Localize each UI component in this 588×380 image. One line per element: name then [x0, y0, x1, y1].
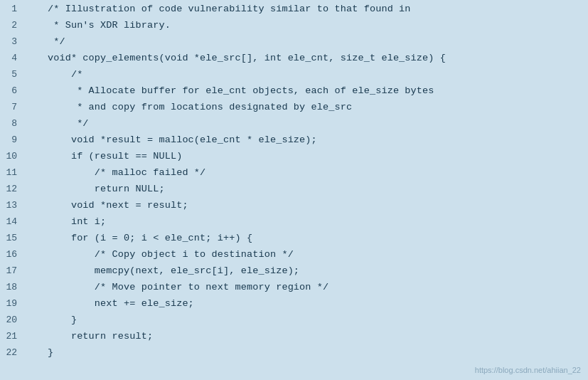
line-number: 10 [0, 151, 24, 162]
code-line: 6 * Allocate buffer for ele_cnt objects,… [0, 85, 588, 101]
code-line: 7 * and copy from locations designated b… [0, 101, 588, 117]
line-content: } [24, 347, 53, 358]
code-line: 13 void *next = result; [0, 199, 588, 216]
code-container: 1 /* Illustration of code vulnerability … [0, 0, 588, 380]
line-number: 22 [0, 347, 24, 358]
code-line: 22 } [0, 347, 588, 363]
code-line: 16 /* Copy object i to destination */ [0, 248, 588, 265]
code-line: 5 /* [0, 68, 588, 85]
line-content: /* Move pointer to next memory region */ [24, 282, 328, 292]
code-line: 8 */ [0, 117, 588, 134]
code-line: 15 for (i = 0; i < ele_cnt; i++) { [0, 232, 588, 248]
line-content: /* [24, 69, 82, 80]
line-content: int i; [24, 216, 106, 227]
line-number: 1 [0, 4, 24, 14]
line-number: 5 [0, 69, 24, 80]
code-line: 17 memcpy(next, ele_src[i], ele_size); [0, 265, 588, 281]
line-content: * and copy from locations designated by … [24, 102, 352, 112]
line-content: return result; [24, 331, 153, 342]
line-number: 21 [0, 331, 24, 342]
line-content: */ [24, 36, 65, 47]
line-number: 2 [0, 20, 24, 31]
line-number: 11 [0, 167, 24, 178]
line-content: for (i = 0; i < ele_cnt; i++) { [24, 233, 252, 243]
line-number: 12 [0, 184, 24, 194]
code-line: 9 void *result = malloc(ele_cnt * ele_si… [0, 134, 588, 150]
code-line: 11 /* malloc failed */ [0, 167, 588, 183]
code-line: 20 } [0, 314, 588, 330]
line-number: 6 [0, 85, 24, 96]
watermark: https://blog.csdn.net/ahiian_22 [475, 366, 581, 374]
line-number: 8 [0, 118, 24, 129]
line-content: memcpy(next, ele_src[i], ele_size); [24, 265, 299, 276]
line-number: 13 [0, 200, 24, 211]
line-content: /* Illustration of code vulnerability si… [24, 4, 411, 14]
line-content: next += ele_size; [24, 298, 194, 309]
code-line: 21 return result; [0, 330, 588, 347]
line-number: 15 [0, 233, 24, 243]
line-content: if (result == NULL) [24, 151, 182, 162]
line-content: } [24, 315, 77, 325]
code-line: 18 /* Move pointer to next memory region… [0, 281, 588, 297]
line-number: 9 [0, 134, 24, 145]
line-content: void* copy_elements(void *ele_src[], int… [24, 53, 446, 63]
line-content: void *result = malloc(ele_cnt * ele_size… [24, 134, 317, 145]
line-content: * Sun's XDR library. [24, 20, 171, 31]
code-line: 2 * Sun's XDR library. [0, 19, 588, 36]
code-line: 4 void* copy_elements(void *ele_src[], i… [0, 52, 588, 68]
line-number: 3 [0, 36, 24, 47]
line-number: 17 [0, 265, 24, 276]
line-number: 16 [0, 249, 24, 260]
line-number: 20 [0, 315, 24, 325]
code-line: 14 int i; [0, 216, 588, 232]
line-number: 18 [0, 282, 24, 292]
code-line: 1 /* Illustration of code vulnerability … [0, 3, 588, 19]
line-number: 4 [0, 53, 24, 63]
code-line: 12 return NULL; [0, 183, 588, 199]
line-content: */ [24, 118, 89, 129]
code-line: 3 */ [0, 36, 588, 52]
line-content: /* malloc failed */ [24, 167, 205, 178]
line-number: 7 [0, 102, 24, 112]
line-content: return NULL; [24, 184, 165, 194]
line-content: void *next = result; [24, 200, 188, 211]
line-number: 19 [0, 298, 24, 309]
line-content: * Allocate buffer for ele_cnt objects, e… [24, 85, 434, 96]
code-line: 10 if (result == NULL) [0, 150, 588, 167]
line-number: 14 [0, 216, 24, 227]
line-content: /* Copy object i to destination */ [24, 249, 294, 260]
code-line: 19 next += ele_size; [0, 297, 588, 314]
